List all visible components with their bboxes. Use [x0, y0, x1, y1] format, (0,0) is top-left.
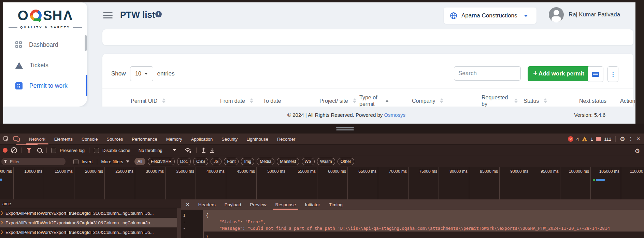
detail-tab[interactable]: Timing [325, 199, 347, 210]
info-icon[interactable]: i [155, 11, 162, 17]
entries-select[interactable]: 10 [130, 66, 153, 81]
devtools-tab[interactable]: Network [25, 134, 50, 144]
sidebar: O SH Λ QUALITY & SAFETY Dashboard ! Tick… [3, 2, 87, 107]
devtools-tab[interactable]: Security [217, 134, 242, 144]
filter-chip[interactable]: Img [241, 158, 254, 165]
oqsha-logo: O SH Λ [3, 9, 87, 22]
devtools-tab[interactable]: Console [77, 134, 102, 144]
column-to-date[interactable]: To date [263, 98, 319, 104]
devtools-tab[interactable]: Performance [127, 134, 161, 144]
logo-letter-a: Λ [63, 9, 73, 22]
filter-chip[interactable]: Manifest [277, 158, 299, 165]
search-icon[interactable] [37, 148, 42, 153]
invert-label: Invert [82, 159, 93, 164]
column-status[interactable]: Status [524, 98, 579, 104]
detail-tabs: HeadersPayloadPreviewResponseInitiatorTi… [194, 199, 347, 210]
column-company[interactable]: Company [412, 98, 482, 104]
error-count: 4 [576, 137, 579, 142]
menu-toggle-icon[interactable] [103, 12, 113, 20]
export-har-icon[interactable] [210, 148, 215, 153]
more-filters-button[interactable]: More filters [101, 159, 129, 164]
filter-chip[interactable]: Fetch/XHR [148, 158, 175, 165]
drag-handle-icon[interactable] [336, 127, 354, 131]
detail-tab[interactable]: Response [271, 199, 301, 210]
throttling-select[interactable]: No throttling [139, 148, 176, 153]
sort-icon [353, 98, 356, 103]
device-toolbar-icon[interactable] [13, 136, 20, 142]
devtools-close-icon[interactable]: ✕ [636, 136, 641, 142]
column-next-status[interactable]: Next status [579, 98, 620, 104]
error-badge-icon[interactable]: ✕ [568, 136, 573, 142]
devtools-tab[interactable]: Recorder [273, 134, 300, 144]
request-row[interactable]: ExportAllPermitToWork?Export=true&OrgId=… [0, 208, 181, 218]
filter-chip[interactable]: Wasm [317, 158, 335, 165]
filter-input[interactable] [9, 159, 58, 165]
column-visibility-button[interactable] [588, 66, 603, 82]
filter-chip[interactable]: All [134, 158, 145, 165]
separator [97, 159, 97, 165]
sidebar-scrollbar[interactable] [85, 35, 87, 51]
json-line-message: "Message": "Could not find a part of the… [204, 225, 644, 232]
devtools-tab[interactable]: Elements [50, 134, 77, 144]
dashboard-icon [15, 41, 22, 48]
column-permit-uid[interactable]: Permit UID [131, 98, 220, 104]
network-overview-timeline[interactable]: 5000 ms10000 ms15000 ms20000 ms25000 ms3… [0, 167, 644, 200]
osmosys-link[interactable]: Osmosys [384, 112, 405, 118]
devtools-settings-icon[interactable]: ⚙ [620, 136, 625, 143]
devtools-tab[interactable]: Lighthouse [242, 134, 273, 144]
devtools-menu-icon[interactable]: ⋮ [628, 136, 633, 142]
breadcrumb-card [102, 29, 633, 45]
column-requested-by[interactable]: Requested by [482, 94, 524, 107]
request-row[interactable]: ExportAllPermitToWork?Export=true&OrgId=… [0, 227, 181, 237]
timeline-tick-label: 30000 ms [135, 167, 166, 199]
sidebar-item-permit-to-work[interactable]: Permit to work [3, 79, 87, 93]
add-work-permit-button[interactable]: + Add work permit [528, 66, 590, 81]
sidebar-item-tickets[interactable]: ! Tickets [3, 58, 87, 72]
issues-message-icon[interactable] [596, 137, 601, 141]
preserve-log-checkbox[interactable] [51, 148, 56, 153]
filter-chip[interactable]: Doc [177, 158, 191, 165]
filter-chip[interactable]: WS [302, 158, 315, 165]
devtools-tab[interactable]: Application [187, 134, 217, 144]
devtools-tab[interactable]: Memory [162, 134, 187, 144]
detail-tab[interactable]: Payload [220, 199, 246, 210]
import-har-icon[interactable] [201, 148, 206, 153]
user-avatar[interactable] [549, 7, 564, 22]
detail-tab[interactable]: Preview [246, 199, 271, 210]
request-list-scrollbar[interactable] [177, 208, 181, 238]
warning-badge-icon[interactable]: ! [582, 137, 587, 141]
devtools-dock-divider[interactable] [0, 124, 644, 134]
filter-chip[interactable]: Font [224, 158, 239, 165]
filter-chip[interactable]: CSS [193, 158, 208, 165]
devtools-tab[interactable]: Sources [102, 134, 128, 144]
organization-selector[interactable]: Aparna Constructions [444, 8, 536, 24]
filter-chip[interactable]: Other [338, 158, 354, 165]
record-network-log-icon[interactable] [3, 148, 8, 153]
response-json-content[interactable]: { "Status": "Error", "Message": "Could n… [204, 210, 644, 238]
close-detail-icon[interactable]: ✕ [181, 202, 194, 207]
request-name-column-header[interactable]: ame [0, 199, 181, 208]
network-conditions-icon[interactable] [184, 148, 192, 153]
filter-icon[interactable] [26, 148, 32, 153]
column-project-site[interactable]: Project/ site [319, 98, 359, 104]
column-type-of-permit[interactable]: Type of permit [359, 94, 412, 107]
filter-chip[interactable]: JS [211, 158, 222, 165]
column-from-date[interactable]: From date [220, 98, 263, 104]
line-number-gutter: 1 - - - [181, 210, 204, 238]
request-row[interactable]: ExportAllPermitToWork?Export=true&OrgId=… [0, 218, 181, 227]
filter-chip[interactable]: Media [257, 158, 274, 165]
invert-checkbox[interactable] [73, 159, 78, 164]
tickets-warning-icon: ! [15, 62, 23, 69]
inspect-element-icon[interactable] [3, 136, 9, 142]
timeline-tick-label: 95000 ms [530, 167, 560, 199]
more-options-button[interactable]: ⋮ [607, 66, 618, 82]
search-input[interactable] [454, 66, 521, 81]
disable-cache-checkbox[interactable] [94, 148, 99, 153]
detail-tab[interactable]: Initiator [300, 199, 324, 210]
detail-tab[interactable]: Headers [194, 199, 220, 210]
separator [615, 136, 616, 142]
sidebar-item-dashboard[interactable]: Dashboard [3, 38, 87, 52]
network-settings-icon[interactable]: ⚙ [635, 148, 640, 155]
timeline-tick-label: 90000 ms [500, 167, 530, 199]
clear-network-log-icon[interactable] [11, 147, 17, 153]
